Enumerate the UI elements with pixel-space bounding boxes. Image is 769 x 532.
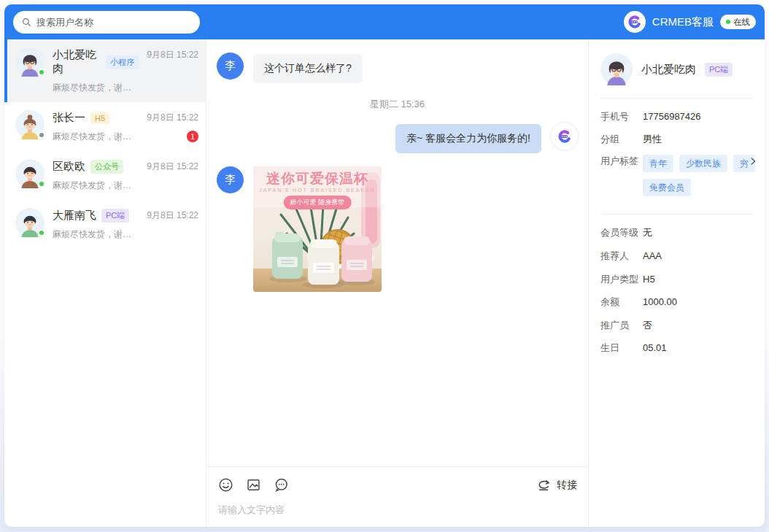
channel-badge: 公众号: [90, 160, 123, 174]
chat-item-preview: 麻烦尽快发货，谢谢啦!: [53, 82, 139, 94]
chat-item-main: 大雁南飞 PC端 麻烦尽快发货，谢谢啦!: [53, 208, 139, 241]
unread-badge: 1: [187, 131, 198, 142]
field-label: 会员等级: [600, 226, 643, 239]
user-profile-panel: 小北爱吃肉 PC端 手机号 17756987426 分组 男性 用户标签 青年 …: [588, 39, 765, 527]
profile-row-group: 分组 男性: [600, 133, 753, 146]
crmeb-logo-icon: [554, 126, 576, 147]
search-box[interactable]: [13, 11, 200, 34]
customer-avatar: 李: [217, 166, 244, 193]
channel-badge: H5: [90, 112, 109, 124]
profile-details: 会员等级 无 推荐人 AAA 用户类型 H5 余额 1000.00 推广员: [600, 226, 753, 354]
message-list: 李 这个订单怎么样了? 星期二 15:36 亲~ 客服会全力为你服务的!: [206, 39, 588, 466]
image-message-row: 李: [217, 166, 578, 292]
profile-detail-row: 用户类型 H5: [600, 273, 753, 286]
composer: 转接: [206, 466, 588, 527]
profile-detail-row: 会员等级 无: [600, 226, 753, 239]
brand-name: CRMEB客服: [652, 15, 714, 29]
chat-item-name: 大雁南飞: [53, 209, 96, 223]
avatar: [15, 208, 45, 237]
channel-badge: 小程序: [106, 55, 139, 69]
chat-item-main: 区欧欧 公众号 麻烦尽快发货，谢谢啦!: [53, 159, 139, 192]
search-input[interactable]: [36, 17, 192, 28]
field-label: 用户标签: [600, 155, 643, 168]
status-dot: [38, 229, 45, 236]
incoming-message-row: 李 这个订单怎么样了?: [217, 53, 578, 83]
emoji-button[interactable]: [217, 477, 234, 493]
chat-item-name: 区欧欧: [53, 160, 85, 174]
status-dot: [38, 180, 45, 188]
online-dot-icon: [726, 20, 730, 24]
transfer-button[interactable]: 转接: [536, 477, 577, 493]
smiley-icon: [217, 477, 234, 493]
transfer-label: 转接: [557, 479, 577, 492]
chevron-right-icon: [748, 156, 758, 166]
avatar: [15, 159, 45, 188]
app-window: CRMEB客服 在线: [4, 4, 765, 527]
online-status-badge: 在线: [720, 15, 756, 29]
field-value: 1000.00: [643, 296, 677, 309]
message-date: 星期二 15:36: [217, 98, 578, 111]
chat-item-name: 张长一: [53, 111, 85, 125]
chat-list-item-3[interactable]: 区欧欧 公众号 麻烦尽快发货，谢谢啦! 9月8日 15:22: [4, 151, 206, 200]
tags-expand-button[interactable]: [748, 156, 758, 166]
incoming-bubble: 这个订单怎么样了?: [253, 54, 363, 83]
field-value: H5: [643, 273, 655, 286]
field-label: 生日: [600, 342, 643, 355]
chat-bubble-dots-icon: [273, 477, 290, 493]
chat-item-main: 张长一 H5 麻烦尽快发货，谢谢啦!: [53, 110, 139, 143]
profile-detail-row: 推荐人 AAA: [600, 250, 753, 263]
chat-list-item-1[interactable]: 小北爱吃肉 小程序 麻烦尽快发货，谢谢啦! 9月8日 15:22: [4, 39, 206, 102]
chat-item-preview: 麻烦尽快发货，谢谢啦!: [53, 180, 139, 192]
transfer-icon: [536, 477, 552, 493]
chat-item-time: 9月8日 15:22: [147, 161, 198, 173]
picture-icon: [245, 477, 262, 493]
image-upload-button[interactable]: [245, 477, 262, 493]
profile-avatar: [600, 53, 633, 85]
quick-reply-button[interactable]: [273, 477, 290, 493]
avatar: [15, 110, 45, 139]
chat-list-item-4[interactable]: 大雁南飞 PC端 麻烦尽快发货，谢谢啦! 9月8日 15:22: [4, 200, 206, 249]
profile-detail-row: 推广员 否: [600, 319, 753, 332]
product-image-message[interactable]: 迷你可爱保温杯 JAPAN'S HOT BRAISED BEAKER 娇小可爱 …: [253, 166, 382, 292]
field-value: 无: [643, 226, 652, 239]
chat-list-item-2[interactable]: 张长一 H5 麻烦尽快发货，谢谢啦! 9月8日 15:22 1: [4, 102, 206, 151]
field-value: 否: [643, 319, 652, 332]
profile-row-phone: 手机号 17756987426: [600, 110, 753, 123]
profile-channel-badge: PC端: [705, 63, 733, 77]
field-value: 17756987426: [643, 110, 701, 123]
online-label: 在线: [733, 17, 750, 28]
channel-badge: PC端: [101, 209, 129, 223]
user-tag: 免费会员: [643, 179, 691, 196]
divider: [600, 98, 753, 99]
field-label: 手机号: [600, 110, 643, 123]
composer-toolbar: 转接: [206, 467, 588, 498]
status-dot: [38, 69, 45, 76]
topbar: CRMEB客服 在线: [4, 4, 765, 39]
product-image-tagline: 娇小可爱 随身携带: [284, 196, 352, 209]
chat-panel: 李 这个订单怎么样了? 星期二 15:36 亲~ 客服会全力为你服务的!: [206, 39, 588, 527]
chat-item-time: 9月8日 15:22: [147, 112, 198, 124]
field-value: 05.01: [643, 342, 667, 355]
chat-item-time: 9月8日 15:22: [147, 49, 198, 61]
profile-tags-row: 用户标签 青年 少数民族 穷 免费会员: [600, 155, 753, 203]
field-value: AAA: [643, 250, 662, 263]
field-label: 用户类型: [600, 273, 643, 286]
field-label: 分组: [600, 133, 643, 146]
search-icon: [21, 17, 32, 28]
profile-detail-row: 余额 1000.00: [600, 296, 753, 309]
crmeb-logo-icon: [624, 11, 646, 33]
chat-item-preview: 麻烦尽快发货，谢谢啦!: [53, 228, 139, 241]
brand-area: CRMEB客服 在线: [624, 11, 756, 33]
profile-name: 小北爱吃肉: [641, 63, 696, 77]
outgoing-bubble: 亲~ 客服会全力为你服务的!: [395, 124, 541, 153]
chat-item-time: 9月8日 15:22: [147, 209, 198, 222]
chat-list: 小北爱吃肉 小程序 麻烦尽快发货，谢谢啦! 9月8日 15:22: [4, 39, 206, 527]
user-tag: 青年: [643, 155, 673, 172]
field-label: 推广员: [600, 319, 643, 332]
chat-item-preview: 麻烦尽快发货，谢谢啦!: [53, 131, 139, 143]
chat-item-name: 小北爱吃肉: [53, 48, 101, 76]
user-tag: 少数民族: [679, 155, 727, 172]
outgoing-message-row: 亲~ 客服会全力为你服务的!: [217, 123, 578, 153]
message-input[interactable]: [206, 498, 588, 527]
field-label: 余额: [600, 296, 643, 309]
